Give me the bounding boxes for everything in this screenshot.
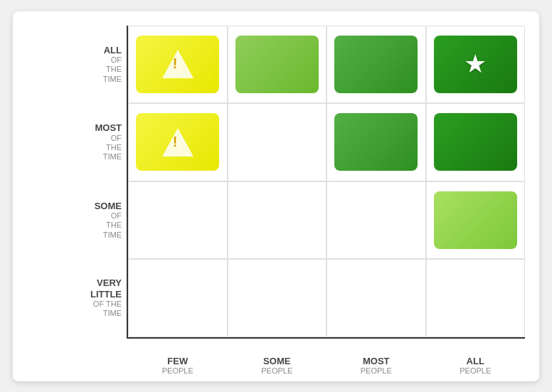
cell-r1c2: [228, 26, 327, 104]
matrix-grid: ALL OF THE TIME ★ MOST: [127, 26, 525, 339]
cell-r2c3: [327, 103, 426, 181]
col-label-some-sub: PEOPLE: [228, 366, 327, 376]
cell-bg-r1c4: ★: [434, 36, 517, 93]
row-label-some-main: SOME: [95, 201, 122, 212]
cell-bg-r4c1: [136, 269, 219, 327]
cell-bg-r3c4: [434, 191, 517, 249]
col-label-most-sub: PEOPLE: [327, 366, 426, 376]
cell-r2c2: [228, 103, 327, 181]
cell-bg-r1c1: [136, 36, 219, 93]
cell-r3c3: [327, 181, 426, 260]
row-label-vl-main: VERY LITTLE: [90, 277, 122, 300]
star-icon-r1c4: ★: [464, 49, 487, 79]
cell-bg-r3c3: [334, 191, 418, 249]
col-label-most-main: MOST: [327, 356, 426, 367]
row-label-most: MOST OF THE TIME: [95, 122, 122, 161]
cell-r3c2: [228, 181, 327, 260]
cell-bg-r2c4: [434, 113, 517, 171]
cell-bg-r2c1: [136, 113, 219, 171]
row-label-very-little: VERY LITTLE OF THE TIME: [90, 277, 122, 319]
cell-bg-r3c2: [235, 191, 319, 249]
star-symbol: ★: [464, 49, 487, 79]
col-label-few-sub: PEOPLE: [128, 366, 228, 376]
cell-r1c3: [327, 26, 426, 104]
row-label-most-sub: OF THE TIME: [95, 134, 122, 162]
col-label-few: FEW PEOPLE: [128, 356, 228, 376]
col-label-all-sub: PEOPLE: [426, 366, 526, 376]
row-label-some-sub: OF THE TIME: [95, 211, 122, 240]
cell-bg-r3c1: [136, 191, 219, 249]
row-label-all-sub: OF THE TIME: [103, 55, 122, 84]
cell-bg-r2c2: [235, 113, 319, 171]
row-label-all-main: ALL: [103, 45, 122, 56]
cell-bg-r4c2: [235, 269, 319, 327]
col-label-most: MOST PEOPLE: [327, 356, 426, 376]
row-label-vl-sub: OF THE TIME: [90, 300, 122, 318]
triangle-icon-2: [162, 128, 193, 157]
col-label-few-main: FEW: [128, 356, 228, 367]
cell-r4c3: [327, 259, 426, 337]
col-label-all-main: ALL: [426, 356, 526, 367]
cell-r1c4: ★: [426, 26, 526, 104]
row-label-some: SOME OF THE TIME: [95, 201, 122, 240]
cell-bg-r4c3: [334, 269, 418, 327]
col-label-some-main: SOME: [228, 356, 327, 367]
col-label-all: ALL PEOPLE: [426, 356, 526, 376]
cell-bg-r2c3: [334, 113, 418, 171]
cell-bg-r4c4: [434, 269, 517, 327]
cell-r4c1: VERY LITTLE OF THE TIME: [128, 259, 228, 337]
cell-r3c4: [426, 181, 526, 260]
triangle-icon: [162, 50, 193, 78]
row-label-all: ALL OF THE TIME: [103, 45, 122, 84]
row-label-most-main: MOST: [95, 122, 122, 134]
cell-r2c1: MOST OF THE TIME: [128, 103, 228, 181]
cell-r2c4: [426, 103, 526, 181]
col-labels: FEW PEOPLE SOME PEOPLE MOST PEOPLE ALL P…: [128, 356, 525, 376]
warning-icon-r2c1: [162, 128, 193, 157]
cell-r1c1: ALL OF THE TIME: [128, 26, 228, 104]
cell-r4c2: [228, 259, 327, 337]
col-label-some: SOME PEOPLE: [228, 356, 327, 376]
cell-bg-r1c3: [334, 36, 418, 93]
cell-bg-r1c2: [235, 36, 319, 93]
cell-r4c4: [426, 259, 526, 337]
warning-icon-r1c1: [162, 50, 193, 78]
cell-r3c1: SOME OF THE TIME: [128, 181, 228, 260]
chart-container: ALL OF THE TIME ★ MOST: [13, 11, 539, 381]
